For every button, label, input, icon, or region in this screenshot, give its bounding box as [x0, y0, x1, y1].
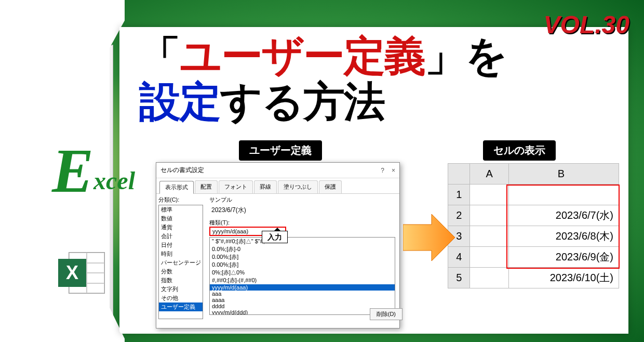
dialog-title: セルの書式設定: [160, 166, 204, 175]
user-definition-label: ユーザー定義: [239, 140, 322, 161]
category-label: 分類(C):: [158, 196, 203, 204]
category-item[interactable]: 文字列: [159, 285, 203, 294]
format-cells-dialog: セルの書式設定 ? × 表示形式 配置 フォント 罫線 塗りつぶし 保護 分類(…: [156, 162, 400, 328]
category-item[interactable]: 会計: [159, 232, 203, 241]
svg-marker-0: [403, 214, 455, 261]
main-panel: 「ユーザー定義」を 設定する方法 ユーザー定義 セルの表示 セルの書式設定 ? …: [119, 27, 628, 334]
title-bracket-open: 「: [139, 33, 180, 79]
tab-number-format[interactable]: 表示形式: [159, 181, 194, 194]
type-item[interactable]: #,##0;[赤]-(#,##0): [210, 277, 395, 284]
col-header-a[interactable]: A: [470, 164, 508, 185]
category-item[interactable]: その他: [159, 294, 203, 302]
col-header-b[interactable]: B: [508, 164, 619, 185]
arrow-icon: [403, 214, 455, 261]
help-icon[interactable]: ?: [381, 167, 384, 174]
cell[interactable]: 2023/6/8(木): [508, 226, 619, 247]
excel-logo-e: E: [52, 136, 93, 205]
title-bracket-close: 」を: [425, 33, 507, 79]
type-item[interactable]: aaa: [210, 291, 395, 297]
sample-value: 2023/6/7(水): [209, 204, 395, 219]
tab-border[interactable]: 罫線: [254, 180, 277, 193]
type-item[interactable]: 0.00%;[赤]: [210, 261, 395, 269]
delete-button[interactable]: 削除(D): [370, 308, 403, 320]
title-tail: する方法: [220, 79, 384, 125]
category-item[interactable]: 標準: [159, 205, 203, 214]
cell[interactable]: [508, 185, 619, 205]
type-item[interactable]: 0.0%;[赤]-0: [210, 245, 395, 253]
cell[interactable]: [470, 205, 508, 226]
row-header[interactable]: 1: [448, 185, 470, 205]
row-header[interactable]: 5: [448, 268, 470, 288]
cell[interactable]: [470, 226, 508, 247]
type-item[interactable]: aaaa: [210, 297, 395, 303]
cell-display-label: セルの表示: [483, 140, 556, 161]
type-item[interactable]: " $"#,##0;[赤]△" $"#,##0: [210, 238, 395, 245]
type-item[interactable]: dddd: [210, 303, 395, 309]
excel-x-letter: X: [58, 259, 86, 287]
type-list[interactable]: " $"#,##0;[赤]△" $"#,##0 0.0%;[赤]-0 0.00%…: [209, 237, 395, 315]
dialog-tabs: 表示形式 配置 フォント 罫線 塗りつぶし 保護: [156, 178, 399, 194]
cell[interactable]: 2023/6/7(水): [508, 205, 619, 226]
dialog-titlebar: セルの書式設定 ? ×: [156, 163, 399, 178]
close-icon[interactable]: ×: [392, 167, 395, 174]
excel-logo-xcel: xcel: [93, 167, 135, 194]
corner-header: [448, 164, 470, 185]
category-item[interactable]: 通貨: [159, 223, 203, 232]
type-item[interactable]: 0%;[赤]△0%: [210, 269, 395, 277]
type-item[interactable]: yyyy/m/d(ddd): [210, 309, 395, 315]
sample-label: サンプル: [209, 196, 395, 204]
title-blue: 設定: [139, 79, 220, 125]
tab-font[interactable]: フォント: [219, 180, 253, 193]
category-list[interactable]: 標準 数値 通貨 会計 日付 時刻 パーセンテージ 分数 指数 文字列 その他 …: [158, 205, 203, 319]
cell[interactable]: [470, 247, 508, 268]
cell[interactable]: [470, 268, 508, 288]
type-item-selected[interactable]: yyyy/m/d(aaa): [210, 284, 395, 291]
volume-badge: VOL.30: [544, 10, 629, 39]
spreadsheet-preview: A B 1 22023/6/7(水) 32023/6/8(木) 42023/6/…: [448, 163, 619, 288]
category-item-selected[interactable]: ユーザー定義: [159, 302, 203, 311]
tab-fill[interactable]: 塗りつぶし: [278, 180, 318, 193]
category-item[interactable]: 分数: [159, 267, 203, 276]
input-callout: 入力: [262, 231, 288, 243]
title-red: ユーザー定義: [180, 33, 425, 79]
category-item[interactable]: 数値: [159, 214, 203, 223]
category-item[interactable]: パーセンテージ: [159, 258, 203, 267]
page-title: 「ユーザー定義」を 設定する方法: [139, 33, 507, 125]
category-item[interactable]: 指数: [159, 276, 203, 285]
type-label: 種類(T):: [209, 219, 395, 227]
type-item[interactable]: 0.00%;[赤]: [210, 253, 395, 261]
excel-app-icon: X: [58, 249, 105, 296]
cell[interactable]: 2023/6/9(金): [508, 247, 619, 268]
cell[interactable]: 2023/6/10(土): [508, 268, 619, 288]
excel-logo: Excel: [52, 135, 135, 207]
cell[interactable]: [470, 185, 508, 205]
category-item[interactable]: 時刻: [159, 249, 203, 258]
category-item[interactable]: 日付: [159, 241, 203, 249]
tab-alignment[interactable]: 配置: [195, 180, 218, 193]
tab-protection[interactable]: 保護: [319, 180, 342, 193]
